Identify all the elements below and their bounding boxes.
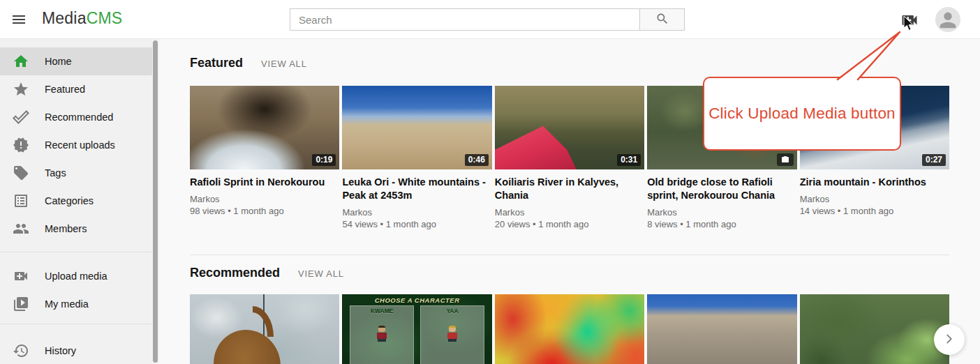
sidebar-item-my-media[interactable]: My media xyxy=(0,290,152,318)
sidebar-item-label: Members xyxy=(45,223,87,234)
video-title[interactable]: Old bridge close to Rafioli sprint, Nero… xyxy=(647,176,796,202)
sidebar-divider xyxy=(0,324,152,324)
scrollbar-thumb[interactable] xyxy=(153,40,158,363)
game-heading-text: CHOOSE A CHARACTER xyxy=(342,296,491,304)
sidebar-item-label: History xyxy=(45,345,76,356)
duration-badge: 0:46 xyxy=(465,154,489,166)
video-title[interactable]: Koiliaris River in Kalyves, Chania xyxy=(495,176,644,202)
tag-icon xyxy=(13,165,29,181)
duration-badge: 0:27 xyxy=(922,154,946,166)
video-card[interactable]: 0:46 Leuka Ori - White mountains - Peak … xyxy=(342,86,491,230)
recommended-section-header: Recommended VIEW ALL xyxy=(190,266,344,280)
video-card[interactable] xyxy=(647,294,796,364)
sidebar-item-label: Recent uploads xyxy=(45,139,115,151)
video-card[interactable]: CHOOSE A CHARACTER KWAME YAA Selected Se… xyxy=(342,294,491,364)
menu-icon[interactable] xyxy=(10,11,28,28)
app-logo[interactable]: MediaCMS xyxy=(42,9,122,28)
video-meta: 98 views • 1 month ago xyxy=(190,205,339,217)
upload-media-button[interactable] xyxy=(900,10,919,30)
video-thumbnail[interactable] xyxy=(647,294,796,364)
video-author[interactable]: Markos xyxy=(342,206,491,218)
video-meta: 8 views • 1 month ago xyxy=(647,218,796,230)
game-panel-right: YAA xyxy=(420,305,484,364)
video-author[interactable]: Markos xyxy=(647,206,796,218)
sidebar-item-recommended[interactable]: Recommended xyxy=(0,103,152,131)
section-title-featured: Featured xyxy=(190,56,243,70)
sidebar-item-label: Featured xyxy=(45,84,85,95)
upload-media-icon xyxy=(13,268,29,285)
sidebar-item-home[interactable]: Home xyxy=(0,47,152,75)
video-author[interactable]: Markos xyxy=(495,206,644,218)
mediacms-app: MediaCMS Home xyxy=(0,0,980,364)
annotation-text: Click Upload Media button xyxy=(708,105,896,123)
video-card[interactable] xyxy=(495,294,644,364)
video-title[interactable]: Ziria mountain - Korinthos xyxy=(800,176,949,189)
sidebar-item-recent-uploads[interactable]: Recent uploads xyxy=(0,131,152,159)
video-card[interactable]: 0:31 Koiliaris River in Kalyves, Chania … xyxy=(495,86,644,230)
sidebar-item-categories[interactable]: Categories xyxy=(0,187,152,215)
search-input[interactable] xyxy=(290,8,640,31)
chevron-right-icon xyxy=(942,331,957,349)
annotation-callout: Click Upload Media button xyxy=(703,77,901,151)
categories-icon xyxy=(13,192,29,209)
sidebar-item-label: Upload media xyxy=(45,271,107,282)
star-icon xyxy=(13,81,29,98)
game-character-name: YAA xyxy=(421,308,484,314)
camera-icon xyxy=(777,153,794,166)
video-card[interactable] xyxy=(800,294,949,364)
sidebar-scrollbar xyxy=(152,39,159,364)
game-character-name: KWAME xyxy=(350,308,413,314)
game-panel-left: KWAME xyxy=(350,305,414,364)
avatar[interactable] xyxy=(935,7,960,32)
sidebar-item-featured[interactable]: Featured xyxy=(0,75,152,103)
logo-cms: CMS xyxy=(87,9,123,27)
sidebar-item-members[interactable]: Members xyxy=(0,215,152,243)
recommended-cards-row: CHOOSE A CHARACTER KWAME YAA Selected Se… xyxy=(190,294,949,364)
sidebar-item-label: Tags xyxy=(45,167,66,179)
video-thumbnail[interactable] xyxy=(190,294,339,364)
thumbnail-art xyxy=(495,126,588,169)
video-title[interactable]: Rafioli Sprint in Nerokourou xyxy=(190,176,339,189)
video-thumbnail[interactable]: CHOOSE A CHARACTER KWAME YAA Selected Se… xyxy=(342,294,491,364)
video-meta: 20 views • 1 month ago xyxy=(495,218,644,230)
featured-section-header: Featured VIEW ALL xyxy=(190,56,307,70)
search-button[interactable] xyxy=(640,8,685,31)
video-card[interactable]: 0:19 Rafioli Sprint in Nerokourou Markos… xyxy=(190,86,339,230)
sidebar-item-label: Categories xyxy=(45,195,94,206)
video-thumbnail[interactable]: 0:19 xyxy=(190,86,339,169)
view-all-featured-link[interactable]: VIEW ALL xyxy=(261,59,307,69)
game-character-sprite xyxy=(447,326,458,341)
person-icon xyxy=(936,7,960,32)
my-media-icon xyxy=(13,296,29,312)
history-icon xyxy=(13,342,29,359)
video-thumbnail[interactable] xyxy=(800,294,949,364)
sidebar-item-label: My media xyxy=(45,298,89,310)
search-icon xyxy=(655,12,669,28)
new-releases-icon xyxy=(13,137,29,153)
duration-badge: 0:31 xyxy=(617,154,641,166)
sidebar-item-label: Home xyxy=(45,56,72,67)
logo-media: Media xyxy=(42,9,87,27)
video-meta: 54 views • 1 month ago xyxy=(342,218,491,230)
video-author[interactable]: Markos xyxy=(800,193,949,205)
sidebar-item-upload-media[interactable]: Upload media xyxy=(0,262,152,290)
duration-badge: 0:19 xyxy=(312,154,336,166)
sidebar-item-history[interactable]: History xyxy=(0,337,152,364)
section-title-recommended: Recommended xyxy=(190,266,280,280)
video-title[interactable]: Leuka Ori - White mountains - Peak at 24… xyxy=(342,176,491,202)
upload-media-icon xyxy=(900,22,919,32)
sidebar-divider xyxy=(0,252,152,252)
topbar: MediaCMS xyxy=(0,0,980,39)
video-author[interactable]: Markos xyxy=(190,193,339,205)
sidebar-item-tags[interactable]: Tags xyxy=(0,159,152,187)
checkmark-icon xyxy=(13,109,29,126)
video-thumbnail[interactable]: 0:31 xyxy=(495,86,644,169)
sidebar: Home Featured Recommended Recent uploads xyxy=(0,39,152,364)
home-icon xyxy=(13,53,29,70)
view-all-recommended-link[interactable]: VIEW ALL xyxy=(298,268,344,279)
carousel-next-button[interactable] xyxy=(934,324,965,355)
video-thumbnail[interactable] xyxy=(495,294,644,364)
video-card[interactable] xyxy=(190,294,339,364)
members-icon xyxy=(13,220,29,237)
video-thumbnail[interactable]: 0:46 xyxy=(342,86,491,169)
